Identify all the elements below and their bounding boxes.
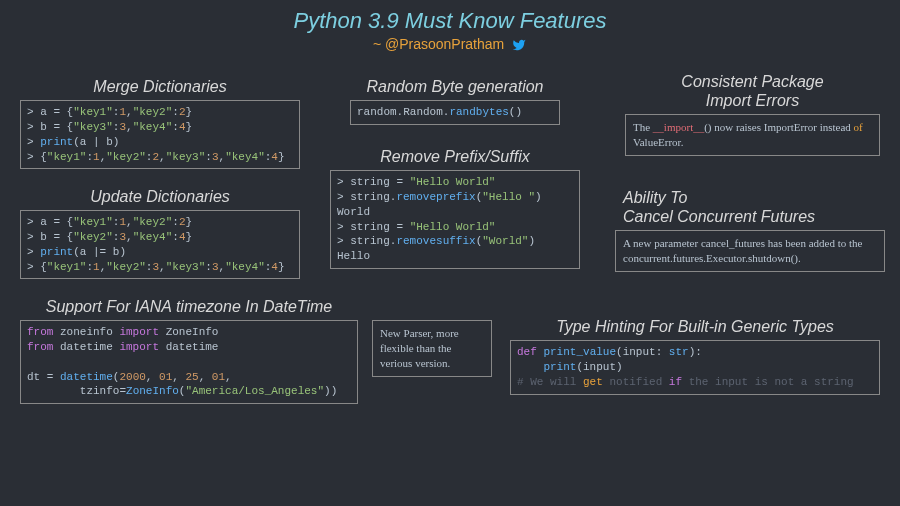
update-code: > a = {"key1":1,"key2":2} > b = {"key2":…: [20, 210, 300, 279]
update-section: Update Dictionaries > a = {"key1":1,"key…: [20, 188, 300, 279]
subtitle: ~ @PrasoonPratham: [0, 34, 900, 52]
merge-section: Merge Dictionaries > a = {"key1":1,"key2…: [20, 78, 300, 169]
parser-note: New Parser, more flexible than the verio…: [372, 320, 492, 377]
main-title: Python 3.9 Must Know Features: [0, 0, 900, 34]
iana-code: from zoneinfo import ZoneInfo from datet…: [20, 320, 358, 404]
author-handle: ~ @PrasoonPratham: [373, 36, 504, 52]
importerr-section: Consistent PackageImport Errors The __im…: [625, 72, 880, 156]
update-heading: Update Dictionaries: [20, 188, 300, 206]
twitter-icon: [511, 38, 527, 52]
prefix-code: > string = "Hello World" > string.remove…: [330, 170, 580, 269]
random-code: random.Random.randbytes(): [350, 100, 560, 125]
cancel-section: Ability ToCancel Concurrent Futures A ne…: [615, 188, 885, 272]
typehint-heading: Type Hinting For Built-in Generic Types: [510, 318, 880, 336]
cancel-note: A new parameter cancel_futures has been …: [615, 230, 885, 272]
iana-section: Support For IANA timezone In DateTime fr…: [20, 298, 358, 404]
merge-heading: Merge Dictionaries: [20, 78, 300, 96]
typehint-section: Type Hinting For Built-in Generic Types …: [510, 318, 880, 395]
prefix-heading: Remove Prefix/Suffix: [330, 148, 580, 166]
importerr-heading: Consistent PackageImport Errors: [625, 72, 880, 110]
prefix-section: Remove Prefix/Suffix > string = "Hello W…: [330, 148, 580, 269]
random-heading: Random Byte generation: [330, 78, 580, 96]
merge-code: > a = {"key1":1,"key2":2} > b = {"key3":…: [20, 100, 300, 169]
random-section: Random Byte generation random.Random.ran…: [330, 78, 580, 125]
iana-heading: Support For IANA timezone In DateTime: [20, 298, 358, 316]
typehint-code: def print_value(input: str): print(input…: [510, 340, 880, 395]
importerr-note: The __import__() now raises ImportError …: [625, 114, 880, 156]
parser-section: New Parser, more flexible than the verio…: [372, 320, 492, 377]
cancel-heading: Ability ToCancel Concurrent Futures: [615, 188, 885, 226]
